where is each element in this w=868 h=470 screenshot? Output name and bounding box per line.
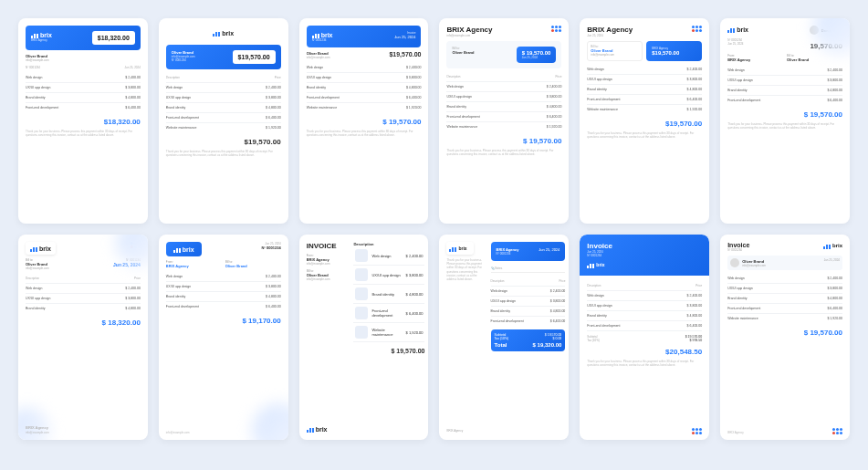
line-item: Front-end development$ 6,400.00 (446, 112, 561, 122)
header-total: $18,320.00 (92, 31, 135, 45)
line-item: UX/UI app design$ 3,800.00 (587, 301, 702, 311)
invoice-template-10[interactable]: brix Thank you for your business. Please… (439, 235, 569, 440)
brix-logo: brix (727, 26, 748, 33)
card-header: Invoice Jun 25, 2024 N° 0001234 brix (580, 235, 709, 276)
line-item: Brand identity$ 4,800.00 (26, 304, 141, 313)
invoice-template-12[interactable]: Invoice N° 0001234 brix Oliver Brand inf… (720, 235, 850, 440)
line-item: Brand identity$ 4,800.00 (727, 86, 842, 96)
total-amount: $ 19,570.00 (804, 329, 842, 337)
brix-logo: brix (213, 29, 234, 37)
line-item: Front-end development$ 6,400.00 (587, 321, 702, 331)
brix-logo: brix (449, 245, 471, 252)
line-item: UX/UI app design$ 3,800.00 (166, 93, 281, 103)
invoice-templates-grid: brix BRIX Agency $18,320.00 Oliver Brand… (18, 18, 850, 440)
line-item: Brand identity$ 4,800.00 (491, 307, 566, 317)
line-item: Website maintenance$ 1,920.00 (353, 323, 424, 342)
line-item: Front-end development$ 6,400.00 (727, 96, 842, 105)
total-amount: $ 19,570.00 (391, 348, 424, 354)
line-item: Brand identity$ 4,800.00 (446, 102, 561, 112)
line-item: Web design$ 2,400.00 (587, 65, 702, 75)
line-item: Website maintenance$ 1,920.00 (307, 103, 422, 112)
total-amount: $ 19,570.00 (523, 137, 561, 145)
items-col: BRIX Agency N° 0001234 Jun 25, 2024 📎 No… (491, 242, 566, 433)
total-amount: $18,320.00 (104, 118, 141, 126)
thumb-icon (355, 268, 368, 281)
dots-icon (692, 428, 702, 434)
card-header: brix (166, 26, 281, 41)
line-item: UX/UI app design$ 3,800.00 (353, 266, 424, 285)
brix-logo: brix (307, 425, 328, 433)
line-item: Web design$ 2,400.00 (166, 83, 281, 93)
sidebar-col: INVOICE From: BRIX Agency info@example.c… (307, 242, 350, 433)
line-item: Website maintenance$ 1,920.00 (446, 122, 561, 131)
thumb-icon (355, 326, 368, 339)
line-item: Brand identity$ 4,800.00 (166, 103, 281, 113)
line-item: Web design$ 2,400.00 (26, 284, 141, 294)
thumb-icon (355, 249, 368, 262)
dots-icon (832, 428, 842, 434)
bars-icon (307, 425, 314, 433)
thumb-icon (355, 287, 368, 300)
header-total: $19,570.00 (652, 50, 696, 56)
invoice-header-blue: BRIX Agency N° 0001234 Jun 25, 2024 (491, 242, 566, 261)
line-item: Brand identity$ 4,800.00 (587, 85, 702, 95)
bars-icon (449, 245, 456, 252)
bars-icon (823, 242, 831, 249)
line-item: UX/UI app design$ 3,800.00 (491, 297, 566, 307)
invoice-template-2[interactable]: brix Oliver Brand info@example.com N° 00… (159, 18, 288, 224)
invoice-template-4[interactable]: BRIX Agency info@example.com Bill to: Ol… (439, 18, 569, 224)
line-item: UX/UI app design$ 3,800.00 (26, 294, 141, 304)
total-amount: $ 19,170.00 (242, 317, 280, 325)
invoice-template-6[interactable]: brix Daniel Scott N° 0001234 Jun 25, 202… (720, 18, 850, 224)
invoice-template-9[interactable]: INVOICE From: BRIX Agency info@example.c… (299, 235, 429, 440)
line-item: UX/UI app design$ 3,800.00 (26, 83, 141, 93)
line-item: UX/UI app design$ 3,800.00 (727, 284, 842, 294)
line-item: Web design$ 2,400.00 (491, 287, 566, 297)
card-header: BRIX Agency info@example.com (446, 26, 561, 37)
bars-icon (173, 245, 181, 253)
bill-banner: Bill to: Oliver Brand $ 19,570.00 Jun 25… (446, 41, 561, 68)
invoice-template-3[interactable]: brix N° 0001234 Invoice Jun 25, 2024 Oli… (299, 18, 429, 224)
line-item: Front-end development$ 6,400.00 (727, 304, 842, 314)
line-item: Front-end development$ 6,400.00 (166, 113, 281, 123)
thumb-icon (355, 307, 368, 319)
bill-banner: Oliver Brand info@example.com N° 0001234… (166, 45, 281, 69)
line-item: Front-end development$ 6,400.00 (26, 103, 141, 112)
invoice-template-11[interactable]: Invoice Jun 25, 2024 N° 0001234 brix Des… (580, 235, 709, 440)
brix-logo: brix (823, 242, 842, 249)
invoice-template-1[interactable]: brix BRIX Agency $18,320.00 Oliver Brand… (18, 18, 148, 224)
bars-icon (312, 31, 319, 38)
brix-logo: brix (587, 261, 702, 268)
card-header: BRIX Agency Jun 25, 2024 (587, 26, 702, 37)
bars-icon (31, 31, 38, 38)
sidebar-col: brix Thank you for your business. Please… (446, 242, 486, 433)
invoice-template-7[interactable]: brix Bill to: Oliver Brand info@example.… (18, 235, 148, 440)
line-item: Brand identity$ 4,800.00 (307, 83, 422, 93)
header-total: $19,570.00 (233, 50, 276, 64)
invoice-template-5[interactable]: BRIX Agency Jun 25, 2024 Bill to: Oliver… (580, 18, 709, 224)
line-item: Brand identity$ 4,800.00 (353, 285, 424, 304)
agency-line: BRIX Agency (31, 38, 52, 42)
line-item: Web design$ 2,400.00 (727, 66, 842, 76)
line-item: Web design$ 2,400.00 (587, 291, 702, 301)
line-item: UX/UI app design$ 3,800.00 (446, 92, 561, 102)
card-header: brix N° 0001234 Invoice Jun 25, 2024 (307, 26, 422, 47)
invoice-template-8[interactable]: brix Jun 25, 2024 N° 0001234 From: BRIX … (159, 235, 288, 440)
line-item: UX/UI app design$ 3,800.00 (307, 73, 422, 83)
total-amount: $ 19,570.00 (804, 110, 842, 119)
total-amount: $ 18,320.00 (102, 319, 141, 327)
total-amount: $19,570.00 (245, 138, 281, 146)
avatar-icon (730, 258, 739, 267)
line-item: Web design$ 2,400.00 (26, 73, 141, 83)
bars-icon (213, 29, 220, 37)
dots-icon (692, 26, 702, 32)
bars-icon (30, 245, 37, 252)
line-item: Website maintenance$ 1,920.00 (587, 105, 702, 114)
line-item: Front-end development$ 6,400.00 (491, 317, 566, 326)
line-item: Website maintenance$ 1,920.00 (166, 123, 281, 132)
line-item: Brand identity$ 4,800.00 (166, 292, 281, 302)
line-item: Web design$ 2,400.00 (727, 274, 842, 284)
dots-icon (551, 26, 561, 32)
bill-block: Oliver Brand info@example.com (26, 54, 141, 62)
line-item: Web design$ 2,400.00 (353, 246, 424, 266)
